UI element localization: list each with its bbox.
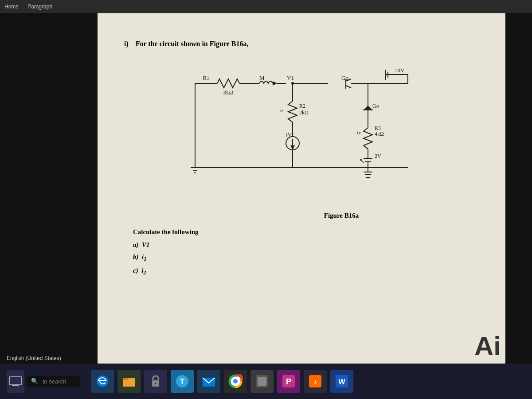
document-area: i) For the circuit shown in Figure B16a,…: [98, 13, 505, 377]
svg-rect-63: [123, 378, 128, 380]
svg-text:2V: 2V: [375, 153, 381, 159]
question-b-label: b) i1: [133, 253, 146, 260]
taskbar-app-icons: T: [91, 370, 353, 393]
calculate-title: Calculate the following: [133, 228, 479, 236]
svg-text:P: P: [286, 377, 291, 386]
svg-text:10V: 10V: [395, 67, 405, 74]
app-gray-icon[interactable]: [250, 370, 274, 393]
svg-rect-73: [258, 377, 262, 381]
svg-text:M: M: [259, 74, 265, 81]
search-icon: 🔍: [31, 378, 38, 385]
ai-watermark: Ai: [474, 331, 501, 361]
svg-rect-58: [9, 377, 22, 385]
question-b: b) i1: [133, 253, 479, 262]
taskbar: 🔍 to search: [0, 364, 532, 399]
svg-text:↖: ↖: [359, 157, 365, 164]
svg-text:3kΩ: 3kΩ: [223, 89, 234, 96]
file-explorer-icon[interactable]: [117, 370, 141, 393]
svg-text:♪: ♪: [313, 378, 317, 386]
svg-rect-74: [262, 377, 266, 381]
circuit-diagram: .circuit-line { stroke: #222; stroke-wid…: [124, 57, 479, 207]
svg-text:Go: Go: [372, 103, 379, 109]
p-app-icon[interactable]: P: [277, 370, 300, 393]
question-header: i) For the circuit shown in Figure B16a,: [124, 40, 479, 48]
menu-paragraph[interactable]: Paragraph: [27, 4, 52, 10]
questions-section: Calculate the following a) V1 b) i1 c) i…: [133, 228, 479, 276]
language-indicator: English (United States): [7, 355, 61, 361]
taskbar-left: 🔍 to search: [0, 370, 86, 393]
svg-text:R1: R1: [203, 74, 209, 81]
top-menu-bar: Home Paragraph: [0, 0, 532, 13]
menu-home[interactable]: Home: [4, 4, 19, 10]
circuit-svg: .circuit-line { stroke: #222; stroke-wid…: [182, 57, 492, 199]
svg-rect-72: [256, 375, 268, 387]
dark-right-panel: [505, 0, 532, 399]
lock-screen-icon[interactable]: [144, 370, 167, 393]
search-bar[interactable]: 🔍 to search: [27, 376, 80, 387]
svg-text:R2: R2: [299, 103, 305, 109]
question-c: c) i2: [133, 267, 479, 276]
svg-text:iV: iV: [286, 131, 292, 138]
svg-text:4kΩ: 4kΩ: [375, 131, 384, 137]
svg-text:2kΩ: 2kΩ: [299, 110, 309, 116]
svg-rect-76: [262, 381, 266, 386]
question-a: a) V1: [133, 241, 479, 249]
svg-text:i₂: i₂: [279, 107, 283, 113]
search-text: to search: [43, 378, 66, 385]
edge-browser-icon[interactable]: [91, 370, 114, 393]
svg-rect-75: [258, 381, 262, 386]
svg-text:W: W: [338, 378, 345, 386]
question-a-label: a) V1: [133, 241, 150, 248]
svg-marker-40: [364, 106, 372, 110]
svg-marker-5: [273, 81, 277, 86]
svg-text:V1: V1: [287, 74, 294, 81]
question-number: i): [124, 40, 129, 47]
question-c-label: c) i2: [133, 267, 146, 274]
svg-marker-29: [290, 145, 295, 150]
svg-point-71: [234, 379, 237, 383]
svg-point-65: [155, 383, 156, 384]
word-app-icon[interactable]: W: [330, 370, 353, 393]
chrome-icon[interactable]: [224, 370, 247, 393]
app-t-icon[interactable]: T: [171, 370, 194, 393]
svg-text:T: T: [180, 378, 184, 385]
dark-left-panel: [0, 0, 98, 399]
svg-text:R3: R3: [375, 125, 381, 131]
mail-icon[interactable]: [197, 370, 220, 393]
svg-text:i₂: i₂: [357, 129, 361, 136]
svg-line-13: [346, 86, 351, 88]
figure-label: Figure B16a: [204, 212, 479, 219]
music-app-icon[interactable]: ♪: [304, 370, 327, 393]
question-text: For the circuit shown in Figure B16a,: [136, 40, 249, 47]
show-desktop-icon[interactable]: [7, 370, 24, 393]
